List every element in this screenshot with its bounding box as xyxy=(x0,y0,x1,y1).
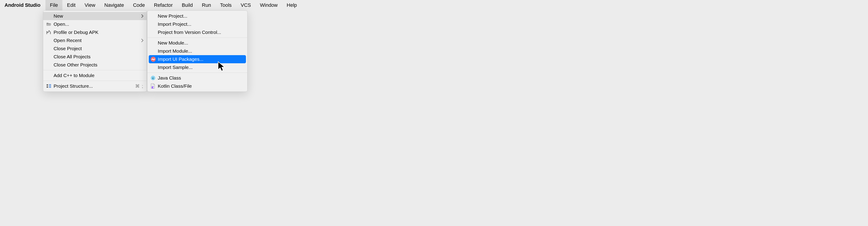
new-menu-new-project[interactable]: New Project... xyxy=(147,12,247,20)
menu-help[interactable]: Help xyxy=(282,0,301,10)
new-menu-import-ui-packages[interactable]: Import UI Packages... xyxy=(149,55,246,63)
svg-text:c: c xyxy=(152,76,154,80)
folder-open-icon xyxy=(46,22,54,26)
menu-item-label: Close Project xyxy=(54,46,144,51)
menu-tools[interactable]: Tools xyxy=(215,0,236,10)
menu-item-label: Profile or Debug APK xyxy=(54,30,144,35)
new-menu-import-sample[interactable]: Import Sample... xyxy=(147,63,247,71)
file-menu-add-cpp-module[interactable]: Add C++ to Module xyxy=(43,71,147,79)
svg-rect-3 xyxy=(49,86,51,86)
menu-separator xyxy=(43,70,147,70)
menu-view[interactable]: View xyxy=(80,0,100,10)
menu-item-label: Open... xyxy=(54,22,144,27)
menu-file[interactable]: File xyxy=(45,0,62,10)
file-menu-project-structure[interactable]: Project Structure... ⌘ ; xyxy=(43,82,147,90)
chevron-right-icon xyxy=(141,39,144,42)
menu-item-label: Import Sample... xyxy=(158,65,244,70)
file-menu-new[interactable]: New xyxy=(43,12,147,20)
new-menu-java-class[interactable]: c Java Class xyxy=(147,74,247,82)
new-menu-import-project[interactable]: Import Project... xyxy=(147,20,247,28)
file-menu-close-project[interactable]: Close Project xyxy=(43,44,147,53)
menu-code[interactable]: Code xyxy=(128,0,149,10)
kotlin-file-icon xyxy=(151,84,158,89)
menu-item-label: Import UI Packages... xyxy=(158,57,244,62)
menu-separator xyxy=(147,37,247,38)
menu-separator xyxy=(147,72,247,73)
chevron-right-icon xyxy=(141,14,144,18)
menu-item-label: New Project... xyxy=(158,13,244,19)
file-menu-close-all-projects[interactable]: Close All Projects xyxy=(43,53,147,61)
menu-build[interactable]: Build xyxy=(177,0,197,10)
new-menu-new-module[interactable]: New Module... xyxy=(147,39,247,47)
menu-edit[interactable]: Edit xyxy=(62,0,80,10)
menu-refactor[interactable]: Refactor xyxy=(149,0,177,10)
menu-item-label: Close Other Projects xyxy=(54,62,144,68)
menu-vcs[interactable]: VCS xyxy=(236,0,255,10)
shortcut-label: ⌘ ; xyxy=(135,84,144,89)
menu-item-label: Close All Projects xyxy=(54,54,144,59)
svg-rect-1 xyxy=(46,86,48,88)
new-submenu-dropdown: New Project... Import Project... Project… xyxy=(147,10,248,92)
menu-item-label: Import Project... xyxy=(158,22,244,27)
java-class-icon: c xyxy=(151,75,158,80)
menu-item-label: Add C++ to Module xyxy=(54,73,144,78)
structure-icon xyxy=(46,84,54,88)
menu-item-label: Project from Version Control... xyxy=(158,30,244,35)
menubar: Android Studio File Edit View Navigate C… xyxy=(0,0,868,10)
file-menu-open-recent[interactable]: Open Recent xyxy=(43,36,147,44)
file-menu-dropdown: New Open... Profile or Debug APK Open Re… xyxy=(43,10,147,92)
menu-navigate[interactable]: Navigate xyxy=(100,0,129,10)
profile-icon xyxy=(46,30,54,35)
new-menu-import-module[interactable]: Import Module... xyxy=(147,47,247,55)
svg-rect-4 xyxy=(49,87,51,88)
svg-rect-2 xyxy=(49,84,51,85)
new-menu-project-from-vcs[interactable]: Project from Version Control... xyxy=(147,28,247,36)
menu-window[interactable]: Window xyxy=(255,0,282,10)
menu-item-label: Kotlin Class/File xyxy=(158,84,244,89)
menu-item-label: New Module... xyxy=(158,40,244,46)
menu-item-label: New xyxy=(54,13,141,19)
menu-item-label: Java Class xyxy=(158,75,244,81)
svg-rect-0 xyxy=(46,84,48,86)
menu-item-label: Project Structure... xyxy=(54,84,135,89)
app-name: Android Studio xyxy=(3,2,45,8)
new-menu-kotlin-class-file[interactable]: Kotlin Class/File xyxy=(147,82,247,90)
file-menu-close-other-projects[interactable]: Close Other Projects xyxy=(43,61,147,69)
file-menu-profile-debug-apk[interactable]: Profile or Debug APK xyxy=(43,28,147,36)
menu-run[interactable]: Run xyxy=(197,0,215,10)
file-menu-open[interactable]: Open... xyxy=(43,20,147,28)
relay-icon xyxy=(151,57,158,62)
menu-item-label: Import Module... xyxy=(158,49,244,54)
menu-item-label: Open Recent xyxy=(54,38,141,43)
